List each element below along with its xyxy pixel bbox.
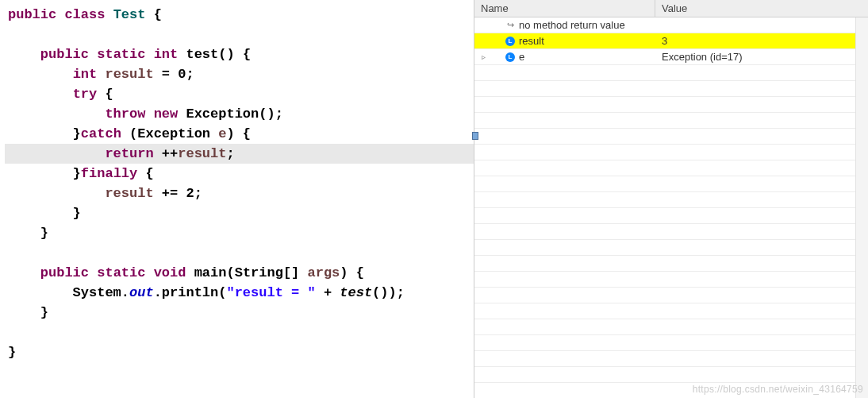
variable-row-empty [474, 383, 868, 398]
code-line[interactable]: public static void main(String[] args) { [5, 263, 474, 283]
vertical-scrollbar[interactable] [855, 17, 868, 398]
variables-panel: Name Value ↪ no method return valueL res… [474, 0, 868, 398]
code-content[interactable]: public class Test { public static int te… [0, 0, 474, 362]
variables-rows: ↪ no method return valueL result3▹L eExc… [474, 17, 868, 398]
variable-row-empty [474, 113, 868, 129]
variable-row[interactable]: ▹L eException (id=17) [474, 49, 868, 65]
expand-icon[interactable]: ▹ [479, 52, 487, 61]
variable-row-empty [474, 240, 868, 256]
variable-row-empty [474, 351, 868, 367]
code-line[interactable]: throw new Exception(); [5, 104, 474, 124]
variable-row-empty [474, 65, 868, 81]
code-line[interactable] [5, 243, 474, 263]
variable-row-empty [474, 319, 868, 335]
code-line[interactable]: return ++result; [5, 144, 474, 164]
variable-row-empty [474, 335, 868, 351]
variable-name: result [519, 35, 544, 47]
variable-row[interactable]: L result3 [474, 33, 868, 49]
variable-row-empty [474, 272, 868, 288]
variable-name: no method return value [519, 19, 625, 31]
variable-value[interactable]: 3 [655, 35, 868, 47]
variable-row-empty [474, 192, 868, 208]
column-header-value[interactable]: Value [655, 0, 868, 17]
code-editor[interactable]: public class Test { public static int te… [0, 0, 474, 398]
variable-row[interactable]: ↪ no method return value [474, 17, 868, 33]
variable-row-empty [474, 160, 868, 176]
code-line[interactable]: int result = 0; [5, 64, 474, 84]
code-line[interactable]: result += 2; [5, 184, 474, 203]
variable-row-empty [474, 224, 868, 240]
variable-row-empty [474, 256, 868, 272]
code-line[interactable]: } [5, 223, 474, 243]
variable-name-cell[interactable]: ▹L e [474, 51, 655, 63]
code-line[interactable]: System.out.println("result = " + test())… [5, 283, 474, 303]
code-line[interactable]: public class Test { [5, 5, 474, 25]
code-line[interactable]: try { [5, 84, 474, 104]
code-line[interactable] [5, 25, 474, 44]
variable-name-cell[interactable]: ↪ no method return value [474, 19, 655, 31]
variable-row-empty [474, 129, 868, 145]
code-line[interactable]: public static int test() { [5, 44, 474, 64]
variable-row-empty [474, 208, 868, 224]
variables-header: Name Value [474, 0, 868, 17]
variable-name-cell[interactable]: L result [474, 35, 655, 47]
variable-row-empty [474, 81, 868, 97]
return-value-icon: ↪ [505, 20, 516, 31]
variable-row-empty [474, 367, 868, 383]
column-header-name[interactable]: Name [474, 0, 655, 17]
variable-row-empty [474, 145, 868, 160]
code-line[interactable] [5, 323, 474, 342]
variable-row-empty [474, 97, 868, 113]
variable-row-empty [474, 303, 868, 319]
variable-name: e [519, 51, 524, 63]
code-line[interactable]: } [5, 303, 474, 323]
code-line[interactable]: }catch (Exception e) { [5, 124, 474, 144]
local-variable-icon: L [505, 52, 516, 63]
local-variable-icon: L [505, 36, 516, 47]
code-line[interactable]: } [5, 342, 474, 362]
code-line[interactable]: }finally { [5, 164, 474, 184]
variable-row-empty [474, 176, 868, 192]
variable-row-empty [474, 288, 868, 303]
code-line[interactable]: } [5, 203, 474, 223]
variable-value[interactable]: Exception (id=17) [655, 51, 868, 63]
